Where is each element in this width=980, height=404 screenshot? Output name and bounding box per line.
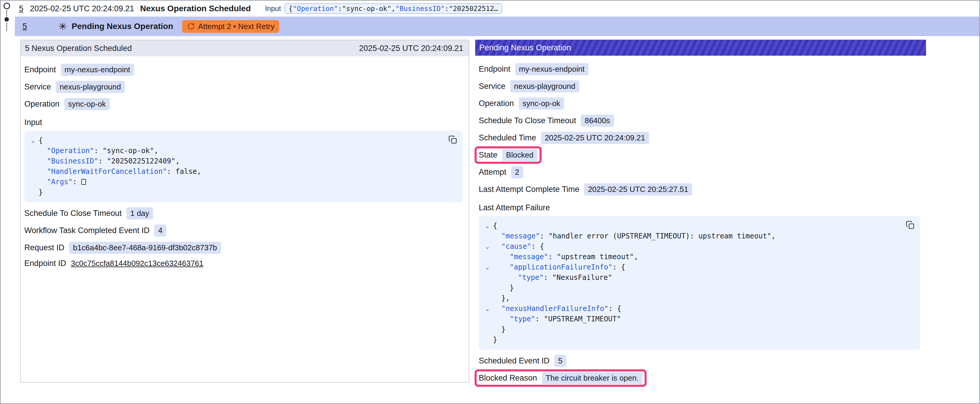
code-text: "type": "NexusFailure": [493, 273, 612, 283]
json-text: :: [540, 232, 549, 240]
collapse-chevron-icon[interactable]: ⌄: [482, 241, 493, 252]
code-line: }: [27, 187, 457, 198]
json-text: :: [445, 5, 449, 13]
field-row-operation: Operationsync-op-ok: [479, 97, 564, 109]
pending-row-title: Pending Nexus Operation: [72, 22, 173, 31]
field-label-schedule-to-close-timeout: Schedule To Close Timeout: [479, 116, 576, 125]
copy-icon[interactable]: [905, 220, 915, 230]
event-summary-row[interactable]: 5 2025-02-25 UTC 20:24:09.21 Nexus Opera…: [15, 1, 979, 17]
input-json-lines: ⌄{"Operation": "sync-op-ok","BusinessID"…: [27, 135, 457, 198]
code-line: "type": "NexusFailure": [482, 273, 914, 283]
collapse-chevron-icon[interactable]: ⌄: [482, 262, 493, 273]
field-row-service: Servicenexus-playground: [24, 81, 125, 93]
event-id-link[interactable]: 5: [19, 4, 24, 13]
field-row-schedule-to-close-timeout: Schedule To Close Timeout86400s: [479, 115, 614, 127]
collapse-chevron-icon[interactable]: ⌄: [482, 221, 493, 231]
input-json-viewer: ⌄{"Operation": "sync-op-ok","BusinessID"…: [24, 131, 463, 202]
field-row-workflow-task-completed-event-id: Workflow Task Completed Event ID4: [24, 225, 166, 237]
event-history-main: 5 2025-02-25 UTC 20:24:09.21 Nexus Opera…: [15, 1, 979, 403]
field-link-endpoint-id[interactable]: 3c0c75ccfa8144b092c13ce632463761: [71, 259, 204, 268]
timeline-dotted-connector: [6, 23, 7, 31]
json-text: "sync-op-ok",: [103, 147, 158, 155]
field-label-endpoint: Endpoint: [479, 65, 511, 74]
code-text: {: [493, 221, 497, 231]
failure-json-lines: ⌄{"message": "handler error (UPSTREAM_TI…: [482, 221, 914, 345]
field-label-attempt: Attempt: [479, 168, 506, 177]
field-label-request-id: Request ID: [24, 243, 64, 252]
json-text: :: [98, 157, 107, 165]
field-row-endpoint-id: Endpoint ID3c0c75ccfa8144b092c13ce632463…: [24, 259, 204, 268]
collapse-chevron-icon[interactable]: ⌄: [482, 304, 493, 314]
code-line: "type": "UPSTREAM_TIMEOUT": [482, 314, 914, 324]
json-text: :: [544, 273, 552, 282]
code-line: "message": "upstream timeout",: [482, 252, 914, 262]
failure-json-viewer: ⌄{"message": "handler error (UPSTREAM_TI…: [479, 216, 920, 350]
json-text: }: [493, 336, 497, 344]
field-value-schedule-to-close-timeout: 86400s: [581, 115, 614, 127]
field-label-endpoint-id: Endpoint ID: [24, 259, 66, 268]
field-value-blocked-reason: The circuit breaker is open.: [542, 372, 643, 384]
code-line: ⌄"applicationFailureInfo": {: [482, 262, 914, 273]
json-text: false,: [175, 167, 201, 176]
json-text: "handler error (UPSTREAM_TIMEOUT): upstr…: [549, 232, 776, 240]
code-text: }: [493, 324, 506, 335]
field-label-blocked-reason: Blocked Reason: [479, 374, 537, 383]
json-key: "Operation": [293, 5, 338, 13]
code-line: ⌄"nexusHandlerFailureInfo": {: [482, 304, 914, 314]
field-value-endpoint: my-nexus-endpoint: [61, 64, 134, 76]
retry-icon: [187, 22, 195, 30]
empty-array-icon: [81, 179, 86, 185]
field-label-service: Service: [24, 82, 51, 92]
field-row-last-attempt-complete-time: Last Attempt Complete Time2025-02-25 UTC…: [479, 183, 692, 195]
temporal-event-history-page: 5 2025-02-25 UTC 20:24:09.21 Nexus Opera…: [0, 0, 980, 404]
timeline-node-circle-icon[interactable]: [3, 3, 10, 9]
field-value-schedule-to-close-timeout: 1 day: [126, 208, 153, 219]
code-line: "message": "handler error (UPSTREAM_TIME…: [482, 231, 914, 241]
code-line: ⌄{: [27, 135, 457, 146]
gutter-spacer: [482, 314, 493, 324]
json-key: "BusinessID": [47, 157, 98, 165]
collapse-chevron-icon[interactable]: ⌄: [27, 135, 38, 146]
code-line: }: [482, 324, 914, 335]
event-input-preview-chip[interactable]: {"Operation":"sync-op-ok","BusinessID":"…: [285, 3, 502, 14]
field-value-scheduled-event-id: 5: [554, 355, 566, 367]
code-line: }: [482, 335, 914, 345]
event-timestamp: 2025-02-25 UTC 20:24:09.21: [30, 4, 134, 13]
json-text: :: [94, 147, 103, 155]
gutter-spacer: [482, 335, 493, 345]
json-text: }: [38, 188, 43, 196]
gutter-spacer: [27, 187, 38, 198]
field-label-operation: Operation: [24, 100, 60, 109]
gutter-spacer: [27, 177, 38, 187]
pending-panel-extra-fields: Scheduled Event ID5Blocked ReasonThe cir…: [479, 355, 920, 384]
pending-panel-fields: Endpointmy-nexus-endpointServicenexus-pl…: [479, 63, 920, 195]
code-text: "HandlerWaitForCancellation": false,: [38, 166, 201, 177]
copy-icon[interactable]: [448, 135, 458, 145]
json-key: "type": [518, 273, 544, 282]
pending-nexus-operation-row[interactable]: 5 ✳ Pending Nexus Operation Attempt 2 • …: [15, 17, 979, 36]
code-line: ⌄{: [482, 221, 914, 231]
gutter-spacer: [27, 156, 38, 166]
event-detail-header-title: 5 Nexus Operation Scheduled: [25, 44, 132, 53]
json-key: "message": [501, 232, 540, 240]
json-text: :: [167, 167, 176, 176]
json-text: "UPSTREAM_TIMEOUT": [544, 315, 621, 323]
code-line: "BusinessID": "20250225122409",: [27, 156, 457, 166]
field-row-endpoint: Endpointmy-nexus-endpoint: [479, 63, 589, 75]
json-key: "type": [509, 315, 535, 323]
attempt-retry-badge: Attempt 2 • Next Retry: [182, 20, 279, 33]
code-line: "Operation": "sync-op-ok",: [27, 146, 457, 156]
timeline-dot-icon[interactable]: [5, 17, 9, 22]
json-text: : {: [531, 242, 544, 250]
code-text: "Operation": "sync-op-ok",: [38, 146, 158, 156]
detail-panels: 5 Nexus Operation Scheduled 2025-02-25 U…: [15, 36, 979, 395]
code-line: },: [482, 293, 914, 304]
pending-panel-header-title: Pending Nexus Operation: [479, 43, 571, 52]
pending-event-id-link[interactable]: 5: [22, 22, 27, 31]
json-key: "message": [509, 253, 548, 261]
json-text: }: [501, 325, 506, 334]
code-text: "Args":: [38, 177, 86, 187]
field-label-operation: Operation: [479, 99, 514, 108]
field-row-request-id: Request IDb1c6a4bc-8ee7-468a-9169-df3b02…: [24, 242, 221, 254]
pending-panel-header: Pending Nexus Operation: [475, 40, 926, 56]
